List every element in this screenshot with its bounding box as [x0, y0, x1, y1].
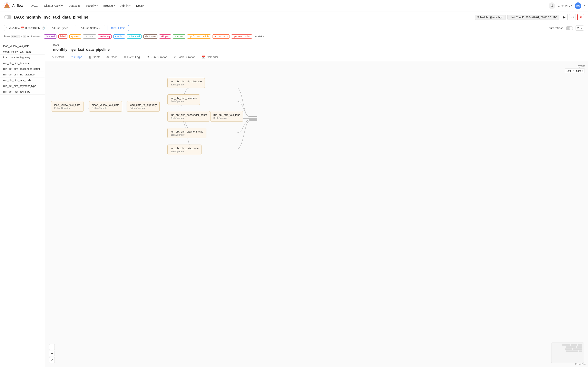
browse-chevron-icon: ▾: [114, 4, 115, 7]
next-run-badge: Next Run ID: 2024-09-01, 00:00:00 UTC: [507, 15, 559, 20]
sidebar-item-run-dbt-trip-dist[interactable]: run_dbt_dim_trip_distance: [0, 72, 45, 77]
status-skipped[interactable]: skipped: [159, 34, 171, 39]
nav-docs[interactable]: Docs ▾: [134, 3, 147, 8]
play-button[interactable]: ▶: [561, 14, 568, 20]
status-restarting[interactable]: restarting: [98, 34, 112, 39]
event-log-icon: ≡: [124, 55, 126, 59]
status-upstream-failed[interactable]: upstream_failed: [231, 34, 252, 39]
page-size-select[interactable]: 25 ▾: [576, 25, 584, 31]
nav-browse[interactable]: Browse ▾: [101, 3, 117, 8]
sidebar-item-run-dbt-datetime[interactable]: run_dbt_dim_datetime: [0, 60, 45, 66]
tab-details[interactable]: ⚠ Details: [48, 53, 67, 61]
node-passenger-count-title: run_dbt_dim_passenger_count: [171, 113, 207, 117]
avatar-chevron-icon: ▾: [584, 4, 585, 7]
node-fact-taxi-trips[interactable]: run_dbt_fact_taxi_trips BashOperator: [210, 111, 243, 122]
code-button[interactable]: ⬡: [569, 14, 576, 20]
status-queued[interactable]: queued: [69, 34, 81, 39]
node-load-bigquery[interactable]: load_data_to_bigquery PythonOperator: [127, 101, 160, 111]
minimap-row-1: [553, 344, 582, 346]
user-avatar[interactable]: AA: [575, 2, 581, 9]
sidebar-item-clean-yellow[interactable]: clean_yellow_taxi_data: [0, 49, 45, 55]
sidebar-item-load-bigquery[interactable]: load_data_to_bigquery: [0, 55, 45, 60]
layout-control: Layout: Left -> Right ▾: [565, 65, 585, 73]
tab-calendar[interactable]: 📅 Calendar: [199, 53, 222, 61]
node-payment-type[interactable]: run_dbt_dim_payment_type BashOperator: [167, 128, 207, 138]
sidebar-item-run-dbt-fact[interactable]: run_dbt_fact_taxi_trips: [0, 89, 45, 95]
tab-task-duration[interactable]: ⏱ Task Duration: [171, 53, 199, 61]
node-clean-yellow-sub: PythonOperator: [92, 107, 119, 109]
info-icon[interactable]: ℹ: [502, 16, 503, 19]
node-passenger-count[interactable]: run_dbt_dim_passenger_count BashOperator: [167, 111, 210, 122]
run-state-select[interactable]: All Run States ▾: [79, 25, 105, 31]
dag-toggle[interactable]: [4, 15, 11, 19]
minimap-block: [579, 350, 582, 352]
status-up-for-retry[interactable]: up_for_retry: [213, 34, 229, 39]
sidebar-item-load-yellow[interactable]: load_yellow_taxi_data: [0, 43, 45, 49]
zoom-out-button[interactable]: −: [49, 351, 55, 356]
minimap-block: [566, 346, 576, 348]
status-removed[interactable]: removed: [83, 34, 96, 39]
node-fact-taxi-trips-title: run_dbt_fact_taxi_trips: [213, 113, 240, 117]
graph-edges-svg: [45, 61, 588, 367]
dag-title-area: DAG: monthly_nyc_taxi_data_pipeline: [4, 15, 88, 20]
nav-admin[interactable]: Admin ▾: [118, 3, 133, 8]
sidebar-item-run-dbt-payment[interactable]: run_dbt_dim_payment_type: [0, 83, 45, 89]
status-failed[interactable]: failed: [58, 34, 68, 39]
sidebar-item-run-dbt-rate-code[interactable]: run_dbt_dim_rate_code: [0, 77, 45, 83]
calendar-icon: 📅: [21, 26, 24, 30]
zoom-in-button[interactable]: +: [49, 344, 55, 350]
node-rate-code-sub: BashOperator: [171, 150, 199, 153]
status-up-for-reschedule[interactable]: up_for_reschedule: [187, 34, 211, 39]
status-success[interactable]: success: [173, 34, 185, 39]
status-running[interactable]: running: [113, 34, 125, 39]
nav-dags[interactable]: DAGs: [28, 3, 41, 8]
node-rate-code[interactable]: run_dbt_dim_rate_code BashOperator: [167, 145, 201, 155]
node-payment-type-title: run_dbt_dim_payment_type: [171, 130, 203, 133]
tab-code[interactable]: <> Code: [103, 53, 121, 61]
auto-refresh-toggle[interactable]: [566, 26, 573, 30]
delete-button[interactable]: 🗑: [577, 14, 584, 20]
status-scheduled[interactable]: scheduled: [127, 34, 142, 39]
run-type-select[interactable]: All Run Types ▾: [50, 25, 76, 31]
date-input[interactable]: 10/05/2024 📅 06:57:13 PM 🕐: [4, 25, 47, 31]
time-display[interactable]: 07:44 UTC ▾: [558, 4, 572, 7]
minimap-block: [565, 349, 572, 350]
nav-security[interactable]: Security ▾: [83, 3, 100, 8]
node-trip-distance[interactable]: run_dbt_dim_trip_distance BashOperator: [167, 78, 205, 88]
nav-cluster-activity[interactable]: Cluster Activity: [42, 3, 65, 8]
details-icon: ⚠: [52, 55, 54, 59]
navbar: Airflow DAGs Cluster Activity Datasets S…: [0, 0, 588, 11]
dag-section-header: DAG monthly_nyc_taxi_data_pipeline: [45, 40, 588, 53]
graph-area[interactable]: load_yellow_taxi_data PythonOperator cle…: [45, 61, 588, 367]
brand-name: Airflow: [12, 4, 23, 8]
sidebar-item-run-dbt-passenger[interactable]: run_dbt_dim_passenger_count: [0, 66, 45, 72]
settings-button[interactable]: ⚙: [549, 2, 555, 9]
status-deferred[interactable]: deferred: [44, 34, 57, 39]
brand-logo-area[interactable]: Airflow: [3, 2, 23, 9]
node-load-yellow[interactable]: load_yellow_taxi_data PythonOperator: [51, 101, 84, 111]
tab-run-duration[interactable]: ⏱ Run Duration: [143, 53, 171, 61]
node-clean-yellow[interactable]: clean_yellow_taxi_data PythonOperator: [89, 101, 122, 111]
node-fact-taxi-trips-sub: BashOperator: [213, 117, 240, 119]
node-datetime-sub: BashOperator: [171, 100, 197, 103]
node-load-bigquery-title: load_data_to_bigquery: [130, 103, 156, 106]
dag-toggle-knob: [4, 16, 8, 19]
node-trip-distance-sub: BashOperator: [171, 83, 202, 86]
tab-graph[interactable]: ⬡ Graph: [67, 53, 86, 61]
status-no-status[interactable]: no_status: [254, 35, 264, 38]
gantt-icon: ▦: [89, 55, 91, 59]
dag-content: DAG monthly_nyc_taxi_data_pipeline ⚠ Det…: [45, 40, 588, 367]
status-shutdown[interactable]: shutdown: [143, 34, 157, 39]
run-type-chevron-icon: ▾: [69, 27, 70, 29]
node-datetime[interactable]: run_dbt_dim_datetime BashOperator: [167, 94, 200, 105]
schedule-badge: Schedule: @monthly ℹ: [475, 15, 506, 20]
airflow-logo: [3, 2, 11, 9]
tab-gantt[interactable]: ▦ Gantt: [86, 53, 103, 61]
fit-view-button[interactable]: ⤢: [49, 357, 55, 363]
layout-select[interactable]: Left -> Right ▾: [565, 68, 585, 73]
nav-datasets[interactable]: Datasets: [66, 3, 82, 8]
node-load-yellow-title: load_yellow_taxi_data: [54, 103, 81, 106]
tab-event-log[interactable]: ≡ Event Log: [121, 53, 143, 61]
clear-filters-button[interactable]: Clear Filters: [108, 25, 129, 31]
run-duration-icon: ⏱: [146, 55, 149, 59]
